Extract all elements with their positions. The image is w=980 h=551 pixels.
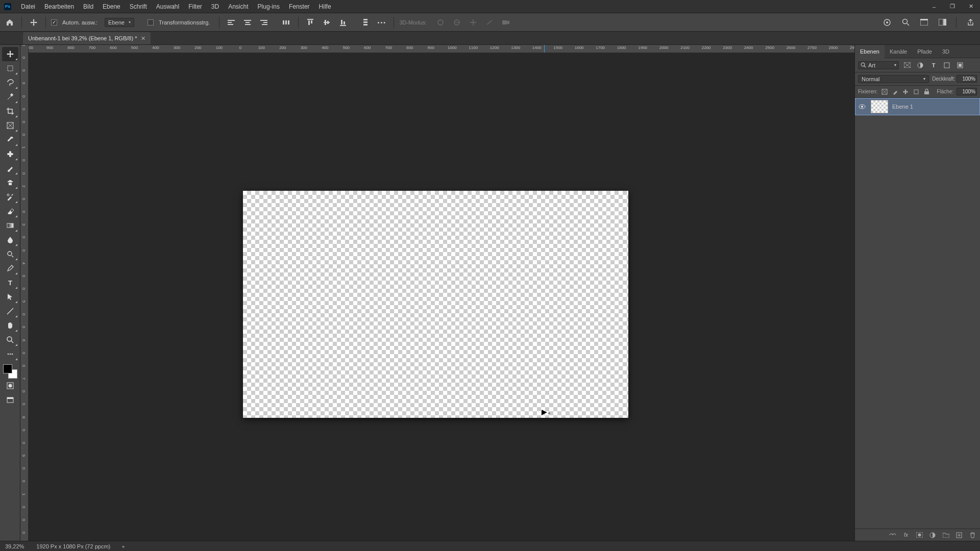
layer-group-icon[interactable] xyxy=(941,531,950,540)
canvas-viewport[interactable]: ▶₊ xyxy=(29,53,854,541)
layer-fx-icon[interactable]: fx xyxy=(901,531,911,540)
move-tool-icon[interactable] xyxy=(27,16,40,29)
tool-blur[interactable] xyxy=(2,233,18,247)
zoom-level[interactable]: 39,22% xyxy=(5,543,24,549)
blend-mode-dropdown[interactable]: Normal▾ xyxy=(858,75,929,83)
new-layer-icon[interactable] xyxy=(954,531,964,540)
transform-controls-checkbox[interactable] xyxy=(148,19,154,26)
tool-history-brush[interactable] xyxy=(2,190,18,204)
hruler-tick: 800 xyxy=(406,45,413,50)
menu-fenster[interactable]: Fenster xyxy=(284,0,314,13)
menu-plug-ins[interactable]: Plug-ins xyxy=(253,0,284,13)
adjustment-layer-icon[interactable] xyxy=(928,531,937,540)
lock-pixels-icon[interactable] xyxy=(880,87,888,96)
menu-ansicht[interactable]: Ansicht xyxy=(224,0,253,13)
more-align-icon[interactable]: ••• xyxy=(375,16,388,29)
tool-dodge[interactable] xyxy=(2,247,18,261)
tool-eyedropper-alt[interactable] xyxy=(2,133,18,147)
screen-mode-icon[interactable] xyxy=(2,393,18,407)
delete-layer-icon[interactable] xyxy=(968,531,977,540)
home-button[interactable] xyxy=(3,16,16,29)
tool-pen[interactable] xyxy=(2,261,18,276)
menu-3d[interactable]: 3D xyxy=(207,0,224,13)
tool-brush[interactable] xyxy=(2,161,18,176)
tool-frame[interactable] xyxy=(2,118,18,133)
auto-select-target-dropdown[interactable]: Ebene▾ xyxy=(105,18,134,27)
align-hcenter-icon[interactable] xyxy=(241,16,254,29)
align-left-icon[interactable] xyxy=(225,16,238,29)
svg-point-20 xyxy=(902,19,907,24)
tool-eraser[interactable] xyxy=(2,204,18,218)
align-top-icon[interactable] xyxy=(304,16,317,29)
distribute-h-icon[interactable] xyxy=(280,16,293,29)
tool-lasso[interactable] xyxy=(2,76,18,90)
menu-bearbeiten[interactable]: Bearbeiten xyxy=(40,0,79,13)
menu-schrift[interactable]: Schrift xyxy=(125,0,152,13)
layer-visibility-icon[interactable] xyxy=(859,104,867,109)
panel-tab-pfade[interactable]: Pfade xyxy=(912,45,937,58)
document-info[interactable]: 1920 Px x 1080 Px (72 ppcm) xyxy=(36,543,110,549)
tool-ellipsis[interactable] xyxy=(2,347,18,361)
lock-all-icon[interactable] xyxy=(923,87,930,96)
tool-line[interactable] xyxy=(2,304,18,318)
menu-ebene[interactable]: Ebene xyxy=(98,0,125,13)
panel-tab-3d[interactable]: 3D xyxy=(937,45,954,58)
lock-brush-icon[interactable] xyxy=(891,87,899,96)
filter-smart-icon[interactable] xyxy=(955,60,965,70)
tool-wand[interactable] xyxy=(2,90,18,104)
tool-artboard[interactable] xyxy=(2,61,18,76)
tool-gradient[interactable] xyxy=(2,218,18,233)
link-layers-icon[interactable] xyxy=(888,531,897,540)
vruler-tick: 0 xyxy=(21,172,26,174)
arrange-docs-icon[interactable] xyxy=(917,16,930,29)
menu-hilfe[interactable]: Hilfe xyxy=(314,0,336,13)
tool-move[interactable] xyxy=(2,47,18,61)
tool-crop[interactable] xyxy=(2,104,18,118)
quick-mask-icon[interactable] xyxy=(2,379,18,393)
tool-healing[interactable] xyxy=(2,147,18,161)
lock-artboard-icon[interactable] xyxy=(913,87,920,96)
share-icon[interactable] xyxy=(964,16,977,29)
filter-shape-icon[interactable] xyxy=(942,60,952,70)
opacity-input[interactable] xyxy=(957,75,977,83)
align-vcenter-icon[interactable] xyxy=(320,16,333,29)
workspace-switcher-icon[interactable] xyxy=(936,16,949,29)
tool-zoom[interactable] xyxy=(2,333,18,347)
tool-type[interactable]: T xyxy=(2,276,18,290)
document-tab-close-icon[interactable]: ✕ xyxy=(141,35,145,42)
search-icon[interactable] xyxy=(899,16,912,29)
window-minimize-button[interactable]: – xyxy=(925,0,943,13)
vruler-tick: 0 xyxy=(21,390,26,392)
window-close-button[interactable]: ✕ xyxy=(962,0,980,13)
menu-bild[interactable]: Bild xyxy=(79,0,98,13)
tool-path-select[interactable] xyxy=(2,290,18,304)
panel-tab-ebenen[interactable]: Ebenen xyxy=(855,45,885,58)
lock-position-icon[interactable] xyxy=(902,87,910,96)
window-maximize-button[interactable]: ❐ xyxy=(943,0,962,13)
align-right-icon[interactable] xyxy=(257,16,271,29)
layer-mask-icon[interactable] xyxy=(915,531,924,540)
document-tab[interactable]: Unbenannt-1 bei 39,2% (Ebene 1, RGB/8) *… xyxy=(23,32,151,44)
artboard[interactable] xyxy=(243,191,628,418)
auto-select-checkbox[interactable] xyxy=(51,19,57,26)
tool-hand[interactable] xyxy=(2,318,18,333)
panel-tab-kanäle[interactable]: Kanäle xyxy=(885,45,912,58)
color-swatches[interactable] xyxy=(3,364,17,379)
menu-datei[interactable]: Datei xyxy=(16,0,40,13)
align-bottom-icon[interactable] xyxy=(336,16,350,29)
tool-clone[interactable] xyxy=(2,176,18,190)
distribute-v-icon[interactable] xyxy=(359,16,372,29)
layer-thumbnail[interactable] xyxy=(871,100,888,113)
menu-auswahl[interactable]: Auswahl xyxy=(152,0,184,13)
layer-filter-search[interactable]: Art ▾ xyxy=(858,61,899,69)
layer-name[interactable]: Ebene 1 xyxy=(892,104,913,110)
filter-adjust-icon[interactable] xyxy=(915,60,925,70)
cloud-docs-icon[interactable] xyxy=(880,16,894,29)
fill-input[interactable] xyxy=(957,88,977,95)
hruler-tick: 0 xyxy=(239,45,241,50)
layer-row[interactable]: Ebene 1 xyxy=(855,98,980,115)
filter-pixel-icon[interactable] xyxy=(902,60,912,70)
filter-type-icon[interactable]: T xyxy=(928,60,939,70)
status-more-icon[interactable]: ▸ xyxy=(122,544,125,549)
menu-filter[interactable]: Filter xyxy=(184,0,207,13)
